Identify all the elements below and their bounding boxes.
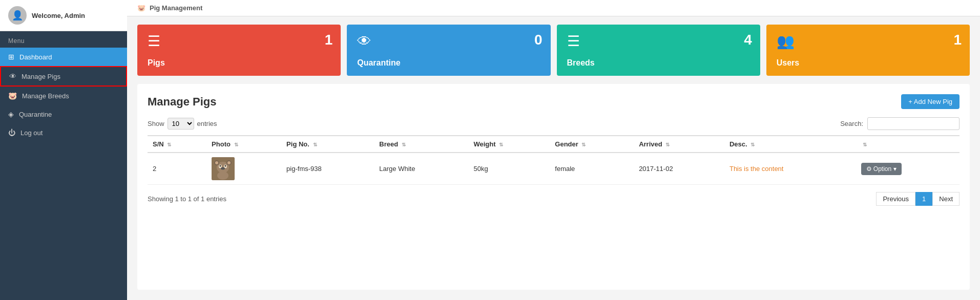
entries-select[interactable]: 10 25 50 100 — [168, 118, 194, 130]
stats-row: ☰ 1 Pigs 👁 0 Quarantine ☰ 4 Breeds 👥 1 U… — [127, 16, 980, 84]
col-breed: Breed ⇅ — [374, 136, 468, 153]
manage-pigs-section: Manage Pigs + Add New Pig Show 10 25 50 … — [137, 84, 970, 290]
sidebar-item-manage-breeds[interactable]: 🐷 Manage Breeds — [0, 87, 127, 105]
sidebar-item-manage-breeds-label: Manage Breeds — [22, 92, 69, 100]
cell-weight: 50kg — [468, 153, 550, 185]
svg-point-5 — [227, 161, 231, 164]
sidebar-item-quarantine[interactable]: ◈ Quarantine — [0, 105, 127, 123]
search-box: Search: — [840, 117, 960, 130]
svg-point-8 — [220, 165, 221, 167]
pigs-table: S/N ⇅ Photo ⇅ Pig No. ⇅ Breed ⇅ Weight ⇅… — [148, 135, 960, 185]
quarantine-label: Quarantine — [357, 58, 540, 68]
stat-card-pigs[interactable]: ☰ 1 Pigs — [137, 25, 341, 76]
showing-entries-text: Showing 1 to 1 of 1 entries — [148, 195, 226, 203]
quarantine-count: 0 — [534, 32, 543, 48]
menu-label: Menu — [0, 31, 127, 48]
users-stat-icon: 👥 — [777, 33, 960, 50]
sidebar-item-logout-label: Log out — [20, 129, 43, 137]
manage-breeds-icon: 🐷 — [8, 92, 17, 100]
col-pig-no: Pig No. ⇅ — [281, 136, 374, 153]
col-gender: Gender ⇅ — [550, 136, 634, 153]
manage-pigs-icon: 👁 — [9, 72, 16, 80]
welcome-text: Welcome, Admin — [32, 12, 85, 19]
sidebar-item-dashboard[interactable]: ⊞ Dashboard — [0, 48, 127, 66]
option-button[interactable]: ⚙ Option ▾ — [861, 163, 902, 175]
cell-pig-no: pig-fms-938 — [281, 153, 374, 185]
table-row: 2 — [148, 153, 960, 185]
main-content: 🐷 Pig Management ☰ 1 Pigs 👁 0 Quarantine… — [127, 0, 980, 300]
previous-button[interactable]: Previous — [876, 192, 915, 206]
users-label: Users — [777, 58, 960, 68]
pig-management-icon: 🐷 — [137, 4, 145, 12]
sidebar-item-quarantine-label: Quarantine — [19, 111, 52, 118]
cell-sn: 2 — [148, 153, 206, 185]
pigs-stat-icon: ☰ — [148, 33, 330, 50]
table-footer: Showing 1 to 1 of 1 entries Previous 1 N… — [148, 192, 960, 206]
sidebar-item-manage-pigs[interactable]: 👁 Manage Pigs — [0, 66, 127, 87]
col-sn: S/N ⇅ — [148, 136, 206, 153]
users-count: 1 — [953, 32, 962, 48]
page-title: Manage Pigs — [148, 95, 216, 109]
dashboard-icon: ⊞ — [8, 53, 14, 61]
sidebar-header: 👤 Welcome, Admin — [0, 0, 127, 31]
svg-point-3 — [215, 161, 218, 164]
col-action: ⇅ — [856, 136, 960, 153]
pagination: Previous 1 Next — [876, 192, 960, 206]
stat-card-users[interactable]: 👥 1 Users — [766, 25, 970, 76]
avatar: 👤 — [8, 6, 27, 25]
entries-label: entries — [197, 120, 217, 127]
page-1-button[interactable]: 1 — [915, 192, 932, 206]
table-controls: Show 10 25 50 100 entries Search: — [148, 117, 960, 130]
next-button[interactable]: Next — [932, 192, 960, 206]
header-title: Pig Management — [150, 4, 202, 12]
search-label: Search: — [840, 120, 863, 127]
svg-point-10 — [221, 167, 225, 170]
cell-desc: This is the content — [724, 153, 856, 185]
breeds-count: 4 — [744, 32, 752, 48]
breeds-stat-icon: ☰ — [567, 33, 750, 50]
col-weight: Weight ⇅ — [468, 136, 550, 153]
show-label: Show — [148, 120, 164, 127]
add-new-pig-button[interactable]: + Add New Pig — [901, 94, 960, 109]
stat-card-quarantine[interactable]: 👁 0 Quarantine — [347, 25, 550, 76]
col-arrived: Arrived ⇅ — [634, 136, 724, 153]
top-header: 🐷 Pig Management — [127, 0, 980, 16]
cell-breed: Large White — [374, 153, 468, 185]
table-header-row: S/N ⇅ Photo ⇅ Pig No. ⇅ Breed ⇅ Weight ⇅… — [148, 136, 960, 153]
cell-arrived: 2017-11-02 — [634, 153, 724, 185]
quarantine-stat-icon: 👁 — [357, 33, 540, 50]
svg-point-11 — [217, 172, 228, 180]
cell-photo — [206, 153, 281, 185]
stat-card-breeds[interactable]: ☰ 4 Breeds — [557, 25, 760, 76]
logout-icon: ⏻ — [8, 128, 15, 137]
search-input[interactable] — [867, 117, 960, 130]
svg-point-9 — [225, 165, 226, 167]
show-entries: Show 10 25 50 100 entries — [148, 118, 217, 130]
sidebar-item-dashboard-label: Dashboard — [19, 53, 52, 61]
breeds-label: Breeds — [567, 58, 750, 68]
sidebar: 👤 Welcome, Admin Menu ⊞ Dashboard 👁 Mana… — [0, 0, 127, 300]
pigs-label: Pigs — [148, 58, 330, 68]
cell-action: ⚙ Option ▾ — [856, 153, 960, 185]
col-desc: Desc. ⇅ — [724, 136, 856, 153]
pig-photo — [212, 157, 235, 180]
pigs-count: 1 — [325, 32, 333, 48]
section-header: Manage Pigs + Add New Pig — [148, 94, 960, 109]
col-photo: Photo ⇅ — [206, 136, 281, 153]
quarantine-icon: ◈ — [8, 110, 14, 118]
sidebar-item-logout[interactable]: ⏻ Log out — [0, 123, 127, 142]
sidebar-item-manage-pigs-label: Manage Pigs — [22, 73, 60, 80]
cell-gender: female — [550, 153, 634, 185]
